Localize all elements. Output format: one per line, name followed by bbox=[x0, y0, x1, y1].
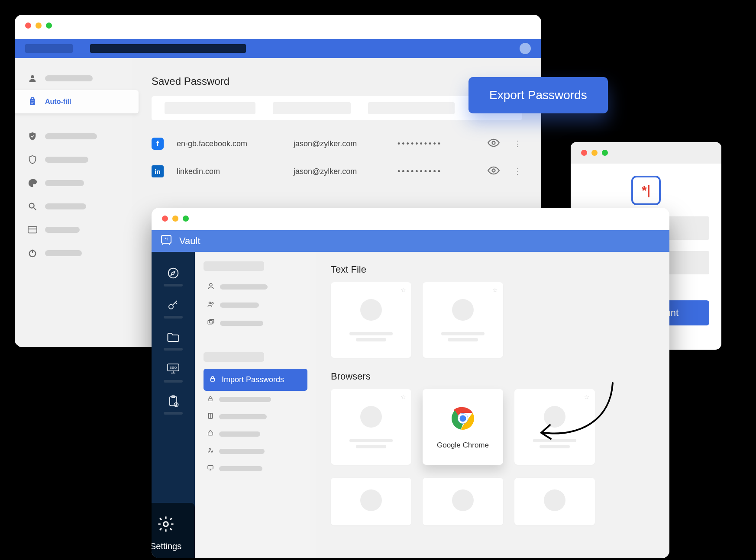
minimize-icon[interactable] bbox=[36, 23, 42, 29]
svg-point-6 bbox=[29, 203, 34, 208]
subnav-item-import[interactable]: Import Passwords bbox=[204, 369, 307, 391]
svg-point-0 bbox=[31, 75, 34, 78]
subnav-item[interactable] bbox=[204, 296, 307, 314]
svg-text:SSO: SSO bbox=[170, 366, 177, 370]
sidebar-item-privacy[interactable] bbox=[15, 125, 132, 148]
import-card[interactable]: ☆ bbox=[331, 389, 411, 465]
svg-point-13 bbox=[492, 169, 495, 172]
svg-point-45 bbox=[459, 414, 467, 422]
user-key-icon bbox=[207, 447, 214, 456]
sidebar-item-you[interactable] bbox=[15, 67, 132, 90]
person-icon bbox=[27, 74, 38, 83]
password-row[interactable]: f en-gb.facebook.com jason@zylker.com ••… bbox=[152, 130, 522, 158]
rail-item-passwords[interactable] bbox=[152, 293, 195, 325]
sso-icon: SSO bbox=[166, 363, 181, 376]
briefcase-icon bbox=[207, 430, 214, 438]
export-passwords-button[interactable]: Export Passwords bbox=[468, 77, 608, 113]
sidebar-item-default[interactable] bbox=[15, 218, 132, 241]
folder-icon bbox=[166, 331, 181, 344]
import-card[interactable]: ☆ bbox=[331, 282, 411, 358]
favorite-icon[interactable]: ☆ bbox=[401, 286, 406, 293]
import-card-chrome[interactable]: Google Chrome bbox=[423, 389, 503, 465]
site-cell: en-gb.facebook.com bbox=[177, 139, 281, 148]
svg-point-12 bbox=[492, 141, 495, 144]
rail-item-audit[interactable] bbox=[152, 389, 195, 421]
password-cell: •••••••••• bbox=[397, 139, 475, 148]
maximize-icon[interactable] bbox=[602, 150, 608, 156]
maximize-icon[interactable] bbox=[183, 216, 189, 222]
minimize-icon[interactable] bbox=[591, 150, 598, 156]
svg-point-30 bbox=[212, 303, 213, 304]
favorite-icon[interactable]: ☆ bbox=[401, 393, 406, 400]
card-label: Google Chrome bbox=[437, 441, 489, 450]
sidebar-item-autofill[interactable]: Auto-fill bbox=[15, 90, 139, 113]
subnav-item[interactable] bbox=[204, 425, 307, 443]
toolbar bbox=[15, 39, 541, 58]
svg-rect-40 bbox=[208, 466, 213, 469]
placeholder-text bbox=[45, 203, 86, 209]
svg-point-29 bbox=[209, 302, 211, 304]
svg-rect-33 bbox=[211, 378, 215, 381]
shield-icon bbox=[27, 155, 38, 164]
vault-logo-icon: *| bbox=[631, 176, 661, 205]
sidebar-item-appearance[interactable] bbox=[15, 171, 132, 195]
svg-rect-2 bbox=[31, 98, 34, 100]
titlebar bbox=[152, 208, 669, 230]
section-title: Saved Password bbox=[152, 75, 522, 87]
clipboard-icon bbox=[27, 97, 38, 107]
vault-safe-icon: *! bbox=[160, 234, 172, 248]
import-card[interactable] bbox=[514, 478, 595, 525]
reveal-password-icon[interactable] bbox=[488, 138, 501, 149]
avatar[interactable] bbox=[520, 43, 531, 54]
sidebar-item-startup[interactable] bbox=[15, 241, 132, 265]
chrome-icon bbox=[449, 405, 477, 434]
app-title: Vault bbox=[179, 235, 200, 247]
toolbar-placeholder bbox=[25, 44, 73, 53]
sidebar-item-security[interactable] bbox=[15, 148, 132, 171]
rail-item-dashboard[interactable] bbox=[152, 261, 195, 293]
close-icon[interactable] bbox=[162, 216, 168, 222]
address-bar[interactable] bbox=[90, 44, 246, 53]
svg-rect-37 bbox=[208, 432, 213, 435]
import-card[interactable] bbox=[331, 478, 411, 525]
subnav-item[interactable] bbox=[204, 408, 307, 425]
maximize-icon[interactable] bbox=[46, 23, 52, 29]
key-icon bbox=[166, 299, 181, 312]
favorite-icon[interactable]: ☆ bbox=[492, 286, 498, 293]
placeholder-text bbox=[204, 261, 264, 271]
compass-icon bbox=[166, 267, 181, 280]
password-row[interactable]: in linkedin.com jason@zylker.com •••••••… bbox=[152, 158, 522, 185]
gear-icon bbox=[157, 515, 175, 535]
users-icon bbox=[207, 300, 215, 310]
subnav-item[interactable] bbox=[204, 391, 307, 408]
arrow-curved-icon bbox=[533, 381, 619, 450]
more-icon[interactable]: ⋮ bbox=[514, 139, 522, 148]
user-icon bbox=[207, 282, 215, 292]
subnav-item[interactable] bbox=[204, 278, 307, 296]
rail-item-folders[interactable] bbox=[152, 325, 195, 357]
reveal-password-icon[interactable] bbox=[488, 166, 501, 177]
svg-rect-34 bbox=[209, 398, 212, 401]
placeholder-text bbox=[45, 133, 97, 139]
placeholder-text bbox=[45, 157, 88, 163]
settings-sidebar: Auto-fill bbox=[15, 58, 132, 347]
svg-point-38 bbox=[209, 448, 211, 450]
shield-check-icon bbox=[27, 132, 38, 141]
rail-item-settings[interactable]: Settings bbox=[152, 503, 195, 558]
password-list: f en-gb.facebook.com jason@zylker.com ••… bbox=[152, 130, 522, 185]
import-card[interactable]: ☆ bbox=[423, 282, 503, 358]
subnav-item[interactable] bbox=[204, 314, 307, 332]
import-card[interactable] bbox=[423, 478, 503, 525]
close-icon[interactable] bbox=[581, 150, 587, 156]
subnav-item[interactable] bbox=[204, 460, 307, 477]
subnav-item[interactable] bbox=[204, 443, 307, 460]
svg-line-7 bbox=[34, 208, 36, 210]
minimize-icon[interactable] bbox=[172, 216, 178, 222]
sidebar-item-search[interactable] bbox=[15, 195, 132, 218]
sheet-icon bbox=[207, 412, 214, 421]
rail-item-sso[interactable]: SSO bbox=[152, 357, 195, 389]
lock-icon bbox=[209, 375, 216, 385]
close-icon[interactable] bbox=[25, 23, 31, 29]
more-icon[interactable]: ⋮ bbox=[514, 167, 522, 176]
svg-point-18 bbox=[168, 268, 178, 278]
